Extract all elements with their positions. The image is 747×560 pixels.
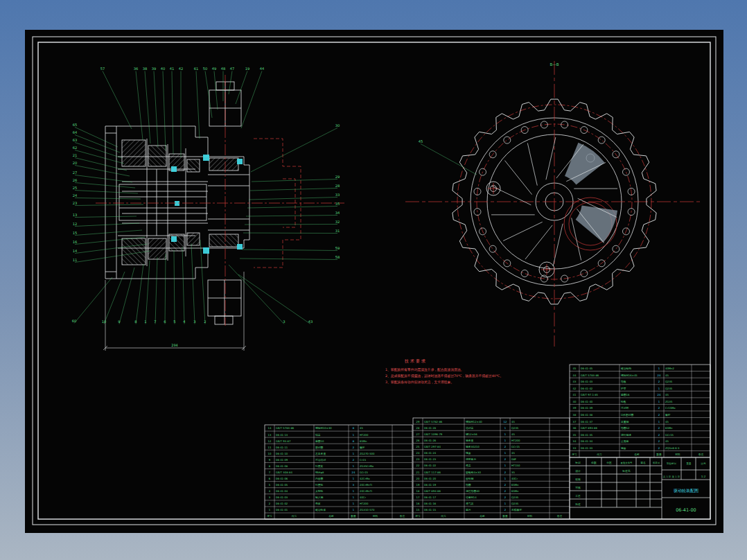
bom-cell: 21 xyxy=(416,471,420,474)
bom-cell: 垫片 xyxy=(466,508,471,511)
bom-cell: O形密封圈 xyxy=(621,413,633,417)
balloon-number: 59 xyxy=(335,246,340,250)
bom-cell: 06-41-23 xyxy=(424,457,437,461)
titleblock-field-label: 批准 xyxy=(575,502,581,506)
bom-cell: 油塞M14 xyxy=(466,496,477,499)
bom-cell: 轮毂 xyxy=(620,400,626,403)
bom-cell: GB/T 5783-86 xyxy=(276,426,295,430)
balloon-number: 35 xyxy=(335,202,340,206)
bom-cell: Q235 xyxy=(511,502,519,505)
balloon-number: 7 xyxy=(154,320,156,324)
bom-cell: 26 xyxy=(416,439,420,442)
bom-cell: GCr15 xyxy=(360,471,369,474)
cad-preview-stage: 294 B—B 技术要求 1、装配前所有零件均需清洗干净，配合面涂润滑油。 2、… xyxy=(0,0,747,560)
balloon-number: 12 xyxy=(73,222,78,226)
bom-cell: 15 xyxy=(416,508,420,511)
bom-cell: 挡圈52 xyxy=(620,426,630,430)
balloon-number: 40 xyxy=(161,67,166,71)
bom-cell: 35 xyxy=(573,433,577,437)
bom-cell: 06-41-04 xyxy=(276,489,288,493)
bom-cell: 圆锥销4×30 xyxy=(466,471,481,474)
bom-cell: 止推垫 xyxy=(620,439,629,443)
bom-cell: 45 xyxy=(511,420,515,423)
bom-cell: 06-41-05 xyxy=(276,483,288,487)
bom-cell: GB/T 297-84 xyxy=(424,445,441,448)
bom-cell: 65Mn xyxy=(360,439,367,443)
bom-header-cell: 备注 xyxy=(557,514,563,518)
bom-cell: 垫圈10 xyxy=(315,439,324,443)
balloon-number: 39 xyxy=(152,67,157,71)
bom-cell: 隔套 xyxy=(466,451,471,455)
bom-cell: GCr15 xyxy=(511,445,520,448)
bom-cell: Q235 xyxy=(511,426,519,430)
balloon-number: 50 xyxy=(203,67,208,71)
bom-cell: 11 xyxy=(268,446,272,449)
balloon-number: 62 xyxy=(73,146,78,150)
bom-cell: 24 xyxy=(352,471,355,474)
bom-cell: 挡板 xyxy=(620,380,626,383)
bom-header-cell: 数量 xyxy=(502,514,508,518)
balloon-number: 28 xyxy=(335,184,340,188)
bom-cell: 弹性挡圈40 xyxy=(466,489,480,493)
bom-cell: 20CrMnTi xyxy=(360,489,372,493)
bom-cell: 行星架 xyxy=(315,464,324,468)
balloon-number: 49 xyxy=(212,67,217,71)
bom-cell: 45 xyxy=(665,374,669,377)
bom-cell: 06-41-20 xyxy=(424,477,437,480)
bom-cell: 45 xyxy=(573,367,577,370)
bom-cell: Q235 xyxy=(511,496,519,499)
balloon-number: 61 xyxy=(194,67,199,71)
bom-cell: 06-41-02 xyxy=(276,502,288,505)
bom-cell: 65Mn xyxy=(665,426,673,430)
bom-cell: 39 xyxy=(573,406,577,410)
bom-cell: 16 xyxy=(416,502,420,505)
balloon-number: 43 xyxy=(308,320,313,324)
cad-drawing-canvas: 294 B—B 技术要求 1、装配前所有零件均需清洗干净，配合面涂润滑油。 2、… xyxy=(0,0,747,560)
bom-cell: 密封圈 xyxy=(315,446,324,449)
bom-cell: 34 xyxy=(573,439,577,443)
bom-cell: 输入轴 xyxy=(315,496,324,499)
bom-cell: 33 xyxy=(573,446,577,450)
bom-cell: 驱动链轮 xyxy=(620,367,631,370)
balloon-number: 32 xyxy=(335,220,340,224)
bom-cell: 41 xyxy=(573,393,577,396)
bom-cell: 22 xyxy=(416,464,420,467)
bom-cell: 13 xyxy=(268,433,272,437)
bom-cell: 06-41-09 xyxy=(276,458,288,462)
bom-cell: 28 xyxy=(416,426,420,430)
bom-cell: 钢球φ8 xyxy=(315,471,324,474)
bom-cell: 24 xyxy=(416,451,420,455)
bom-cell: ZG310-570 xyxy=(360,508,375,511)
bom-cell: 12 xyxy=(268,439,272,443)
bom-cell: GB/T 894-86 xyxy=(424,489,441,493)
bom-cell: 06-41-16 xyxy=(424,502,437,505)
bom-cell: 20 xyxy=(416,477,420,480)
bom-cell: ZG270-500 xyxy=(360,452,375,455)
bom-cell: 38 xyxy=(573,413,577,417)
balloon-number: 3 xyxy=(193,320,195,324)
bom-cell: 06-41-13 xyxy=(276,433,288,437)
balloon-number: 64 xyxy=(73,130,78,134)
balloon-number: 26 xyxy=(73,178,78,182)
bom-cell: Cr15 xyxy=(360,458,367,462)
bom-cell: 端盖 xyxy=(315,433,321,437)
bom-header-cell: 代号 xyxy=(597,453,602,456)
bom-cell: 06-41-34 xyxy=(581,439,593,443)
bom-cell: 18 xyxy=(416,489,420,493)
balloon-number: 38 xyxy=(143,67,148,71)
bom-header-cell: 材料 xyxy=(373,514,378,518)
balloon-number: 8 xyxy=(134,320,137,324)
sprocket-view-label: B—B xyxy=(550,62,559,67)
bom-cell: 23 xyxy=(416,457,420,461)
bom-header-cell: 名称 xyxy=(634,453,640,456)
bom-cell: 17 xyxy=(416,496,420,499)
balloon-number: 23 xyxy=(73,201,78,205)
bom-header-cell: 序号 xyxy=(572,453,577,456)
bom-cell: GB/T 308-84 xyxy=(276,471,292,474)
bom-cell: 06-41-38 xyxy=(581,413,593,417)
bom-cell: GB/T 5783-86 xyxy=(581,374,599,377)
titleblock-drawing-name: 驱动轮装配图 xyxy=(674,488,698,493)
bom-cell: 06-41-11 xyxy=(276,446,288,449)
titleblock-sheet-count: 共 1 张 第 1 张 xyxy=(663,475,680,478)
balloon-number: 25 xyxy=(73,186,78,190)
